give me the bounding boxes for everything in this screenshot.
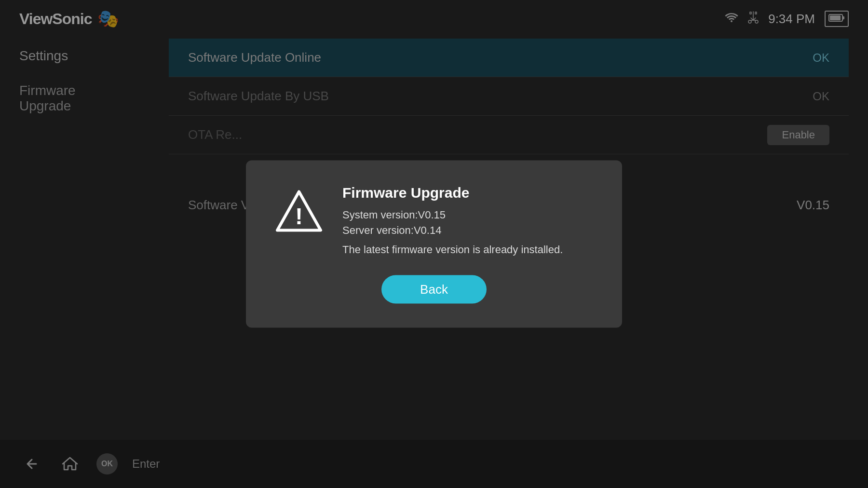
dialog-inner: ! Firmware Upgrade System version:V0.15 … <box>275 185 593 256</box>
dialog-system-version: System version:V0.15 <box>342 209 593 221</box>
back-button[interactable]: Back <box>381 275 487 304</box>
dialog-message: The latest firmware version is already i… <box>342 244 593 256</box>
dialog-title: Firmware Upgrade <box>342 185 593 201</box>
warning-icon: ! <box>275 190 323 235</box>
dialog-content: Firmware Upgrade System version:V0.15 Se… <box>342 185 593 256</box>
dialog-server-version: Server version:V0.14 <box>342 224 593 237</box>
svg-text:!: ! <box>295 203 303 229</box>
firmware-upgrade-dialog: ! Firmware Upgrade System version:V0.15 … <box>246 161 622 328</box>
